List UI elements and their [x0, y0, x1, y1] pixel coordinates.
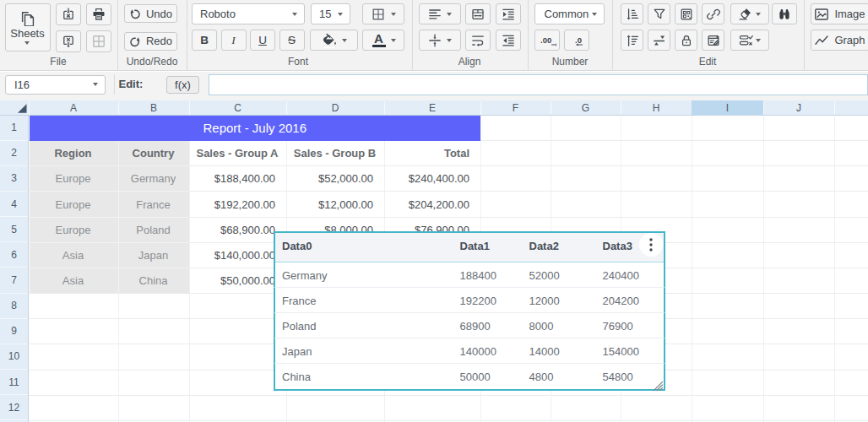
- svg-text:.00: .00: [540, 35, 551, 44]
- svg-text:.0: .0: [575, 35, 582, 44]
